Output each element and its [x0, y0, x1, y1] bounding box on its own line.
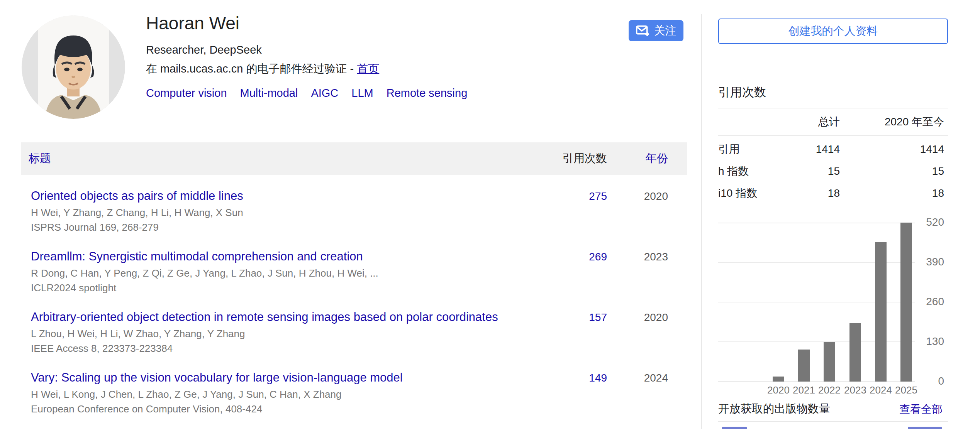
- stats-label: i10 指数: [718, 186, 770, 201]
- email-plus-icon: [636, 25, 650, 37]
- chart-bar[interactable]: [773, 377, 784, 382]
- chart-x-tick-label: 2020: [765, 384, 792, 396]
- stats-label: h 指数: [718, 164, 770, 179]
- open-access-heading: 开放获取的出版物数量: [718, 401, 830, 417]
- chart-x-tick-label: 2021: [790, 384, 818, 396]
- chart-x-tick-label: 2024: [867, 384, 895, 396]
- publication-venue: IEEE Access 8, 223373-223384: [31, 343, 561, 355]
- chart-gridline: [718, 223, 915, 223]
- create-profile-button[interactable]: 创建我的个人资料: [718, 19, 948, 44]
- profile-affiliation: Researcher, DeepSeek: [146, 44, 467, 56]
- interest-tag[interactable]: Multi-modal: [240, 87, 298, 100]
- publication-row: Vary: Scaling up the vision vocabulary f…: [21, 371, 687, 415]
- chart-x-tick-label: 2023: [841, 384, 869, 396]
- publications-list: Oriented objects as pairs of middle line…: [21, 189, 687, 429]
- citation-count-link[interactable]: 157: [589, 311, 607, 323]
- publication-title-link[interactable]: Vary: Scaling up the vision vocabulary f…: [31, 371, 561, 385]
- stats-column-since: 2020 年至今: [840, 115, 948, 129]
- chart-y-tick-label: 390: [909, 256, 944, 268]
- stats-row-i10-index: i10 指数 18 18: [718, 182, 948, 204]
- cutoff-text-sliver: [722, 427, 747, 429]
- open-access-divider: [718, 421, 948, 422]
- publication-venue: ICLR2024 spotlight: [31, 282, 561, 294]
- verified-email-text: 在 mails.ucas.ac.cn 的电子邮件经过验证 -: [146, 62, 357, 75]
- publication-year: 2020: [626, 189, 687, 203]
- publication-authors: H Wei, Y Zhang, Z Chang, H Li, H Wang, X…: [31, 207, 561, 219]
- stats-total-value: 15: [770, 165, 840, 177]
- sidebar-divider: [701, 14, 702, 429]
- homepage-link[interactable]: 首页: [357, 62, 379, 75]
- profile-photo[interactable]: [22, 15, 125, 119]
- stats-total-value: 1414: [770, 143, 840, 155]
- publication-authors: L Zhou, H Wei, H Li, W Zhao, Y Zhang, Y …: [31, 328, 561, 340]
- chart-y-tick-label: 260: [909, 296, 944, 308]
- publication-title-link[interactable]: Oriented objects as pairs of middle line…: [31, 189, 561, 203]
- sort-by-year-link[interactable]: 年份: [646, 152, 668, 164]
- chart-y-tick-label: 130: [909, 335, 944, 348]
- sort-by-citations-label: 引用次数: [561, 151, 626, 166]
- citation-stats-header: 总计 2020 年至今: [718, 108, 948, 136]
- citation-stats-table: 总计 2020 年至今 引用 1414 1414 h 指数 15 15 i10 …: [718, 108, 948, 204]
- stats-label: 引用: [718, 142, 770, 157]
- publication-row: Arbitrary-oriented object detection in r…: [21, 310, 687, 355]
- chart-bar[interactable]: [875, 242, 887, 382]
- publications-table-header: 标题 引用次数 年份: [21, 142, 687, 175]
- interest-tag[interactable]: Remote sensing: [387, 87, 468, 100]
- publications-table: 标题 引用次数 年份 Oriented objects as pairs of …: [21, 142, 687, 429]
- chart-x-tick-label: 2022: [816, 384, 843, 396]
- view-all-link[interactable]: 查看全部: [899, 402, 943, 417]
- publication-venue: ISPRS Journal 169, 268-279: [31, 221, 561, 233]
- citations-sidebar: 创建我的个人资料 引用次数 总计 2020 年至今 引用 1414 1414 h…: [718, 0, 948, 429]
- stats-since-value: 18: [840, 187, 948, 199]
- chart-y-tick-label: 520: [909, 216, 944, 228]
- cited-by-heading: 引用次数: [718, 84, 766, 100]
- publication-authors: R Dong, C Han, Y Peng, Z Qi, Z Ge, J Yan…: [31, 267, 561, 279]
- stats-since-value: 15: [840, 165, 948, 177]
- citation-count-link[interactable]: 275: [589, 190, 607, 202]
- publication-authors: H Wei, L Kong, J Chen, L Zhao, Z Ge, J Y…: [31, 388, 561, 400]
- profile-photo-image: [22, 15, 125, 119]
- follow-button-label: 关注: [654, 23, 677, 39]
- publication-year: 2024: [626, 371, 687, 384]
- stats-total-value: 18: [770, 187, 840, 199]
- citation-count-link[interactable]: 149: [589, 372, 607, 384]
- citations-chart-plot: [718, 223, 915, 382]
- publication-title-link[interactable]: Arbitrary-oriented object detection in r…: [31, 310, 561, 324]
- publication-year: 2023: [626, 250, 687, 263]
- follow-button[interactable]: 关注: [629, 20, 683, 41]
- chart-bar[interactable]: [849, 323, 861, 382]
- stats-column-total: 总计: [770, 115, 840, 129]
- stats-row-citations: 引用 1414 1414: [718, 138, 948, 160]
- verified-email-line: 在 mails.ucas.ac.cn 的电子邮件经过验证 - 首页: [146, 61, 467, 77]
- publication-venue: European Conference on Computer Vision, …: [31, 403, 561, 415]
- publication-year: 2020: [626, 310, 687, 324]
- interest-tag[interactable]: Computer vision: [146, 87, 227, 100]
- interest-tag[interactable]: AIGC: [311, 87, 338, 100]
- sort-by-title-link[interactable]: 标题: [29, 152, 51, 164]
- interest-tag[interactable]: LLM: [351, 87, 373, 100]
- publication-row: Oriented objects as pairs of middle line…: [21, 189, 687, 233]
- interest-tags: Computer vision Multi-modal AIGC LLM Rem…: [146, 87, 467, 100]
- chart-bar[interactable]: [798, 350, 810, 382]
- chart-bar[interactable]: [824, 342, 835, 382]
- cutoff-text-sliver: [908, 427, 942, 429]
- citation-count-link[interactable]: 269: [589, 251, 607, 263]
- chart-x-tick-label: 2025: [892, 384, 920, 396]
- stats-row-h-index: h 指数 15 15: [718, 160, 948, 182]
- stats-since-value: 1414: [840, 143, 948, 155]
- publication-row: Dreamllm: Synergistic multimodal compreh…: [21, 250, 687, 294]
- profile-name: Haoran Wei: [146, 13, 467, 34]
- publication-title-link[interactable]: Dreamllm: Synergistic multimodal compreh…: [31, 250, 561, 263]
